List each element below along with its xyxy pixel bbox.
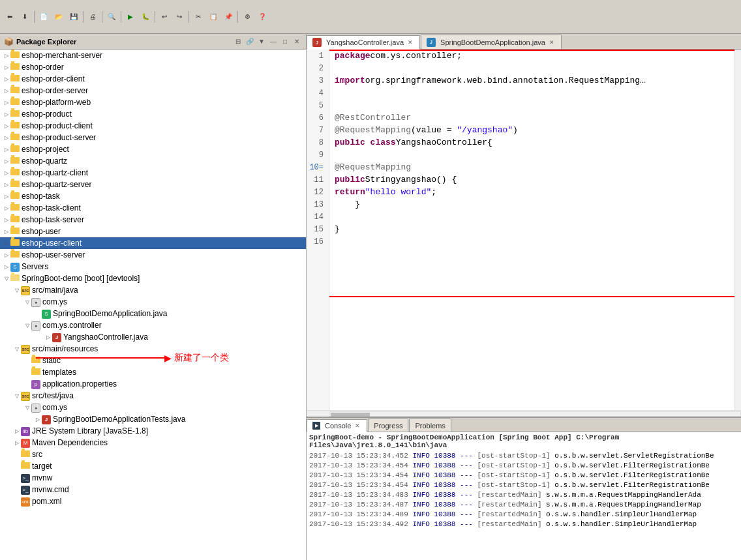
tree-item-eshop-project[interactable]: ▷eshop-project <box>0 143 306 155</box>
expand-arrow-eshop-product[interactable]: ▷ <box>3 110 10 118</box>
expand-arrow-eshop-user[interactable]: ▷ <box>3 228 10 235</box>
code-content[interactable]: package com.ys.controller;import org.spr… <box>329 50 734 410</box>
expand-arrow-jre-system-library[interactable]: ▷ <box>13 427 21 435</box>
tree-item-com-ys[interactable]: ▽●com.ys <box>0 296 306 308</box>
tree-item-src-main-java[interactable]: ▽srcsrc/main/java <box>0 284 306 296</box>
tree-item-eshop-product-client[interactable]: ▷eshop-product-client <box>0 120 306 132</box>
tree-item-eshop-platform-web[interactable]: ▷eshop-platform-web <box>0 96 306 108</box>
tree-item-jre-system-library[interactable]: ▷libJRE System Library [JavaSE-1.8] <box>0 425 306 437</box>
tree-item-src-test-java[interactable]: ▽srcsrc/test/java <box>0 390 306 402</box>
tree-item-eshop-order-client[interactable]: ▷eshop-order-client <box>0 73 306 85</box>
toolbar-btn-2[interactable]: ⬇ <box>18 10 32 24</box>
tree-item-target[interactable]: target <box>0 460 306 472</box>
expand-arrow-templates[interactable] <box>23 368 31 376</box>
expand-arrow-YangshaoController[interactable]: ▷ <box>44 333 52 341</box>
tree-item-eshop-order[interactable]: ▷eshop-order <box>0 61 306 73</box>
expand-arrow-servers[interactable]: ▷ <box>3 263 10 271</box>
tree-item-eshop-quartz-server[interactable]: ▷eshop-quartz-server <box>0 179 306 190</box>
expand-arrow-com-ys[interactable]: ▽ <box>23 298 31 306</box>
tab-problems[interactable]: Problems <box>409 419 451 432</box>
toolbar-btn-debug[interactable]: 🐛 <box>138 10 153 24</box>
expand-arrow-eshop-merchant-server[interactable]: ▷ <box>3 52 10 59</box>
tree-item-maven-dependencies[interactable]: ▷MMaven Dependencies <box>0 437 306 449</box>
h-scroll-thumb[interactable] <box>331 413 370 417</box>
console-tab-close[interactable]: ✕ <box>354 422 361 430</box>
tab-springboot[interactable]: J SpringBootDemoApplication.java ✕ <box>421 35 562 49</box>
tree-item-YangshaoController[interactable]: ▷JYangshaoController.java <box>0 331 306 343</box>
expand-arrow-SpringBootDemoApplication[interactable] <box>34 310 42 317</box>
toolbar-btn-copy[interactable]: 📋 <box>206 10 220 24</box>
expand-arrow-eshop-order[interactable]: ▷ <box>3 63 10 71</box>
toolbar-btn-print[interactable]: 🖨 <box>85 10 100 24</box>
tree-item-servers[interactable]: ▷SServers <box>0 261 306 273</box>
toolbar-btn-paste[interactable]: 📌 <box>221 10 235 24</box>
expand-arrow-com-ys-test[interactable]: ▽ <box>23 404 31 411</box>
tab-yangshao-close[interactable]: ✕ <box>406 38 414 46</box>
tree-item-springboot-demo[interactable]: ▽SpringBoot-demo [boot] [devtools] <box>0 273 306 284</box>
tree-item-pom-xml[interactable]: xmlpom.xml <box>0 495 306 507</box>
toolbar-btn-save[interactable]: 💾 <box>67 10 81 24</box>
expand-arrow-eshop-order-server[interactable]: ▷ <box>3 87 10 95</box>
tree-item-eshop-quartz-client[interactable]: ▷eshop-quartz-client <box>0 167 306 179</box>
toolbar-btn-new[interactable]: 📄 <box>37 10 51 24</box>
expand-arrow-com-ys-controller[interactable]: ▽ <box>23 321 31 329</box>
expand-arrow-maven-dependencies[interactable]: ▷ <box>13 439 21 447</box>
expand-arrow-src-main-java[interactable]: ▽ <box>13 286 21 294</box>
expand-arrow-pom-xml[interactable] <box>13 497 21 505</box>
code-editor[interactable]: 12345678910=111213141516 package com.ys.… <box>307 50 741 410</box>
minimize-btn[interactable]: — <box>268 37 279 47</box>
expand-arrow-eshop-product-client[interactable]: ▷ <box>3 122 10 130</box>
toolbar-btn-help[interactable]: ❓ <box>255 10 269 24</box>
expand-arrow-src-main-resources[interactable]: ▽ <box>13 345 21 353</box>
toolbar-btn-cut[interactable]: ✂ <box>191 10 205 24</box>
tree-item-eshop-user[interactable]: ▷eshop-user <box>0 226 306 237</box>
expand-arrow-mvnw-cmd[interactable] <box>13 486 21 494</box>
expand-arrow-src[interactable] <box>13 450 21 458</box>
tree-item-eshop-product[interactable]: ▷eshop-product <box>0 108 306 120</box>
tree-item-eshop-user-client[interactable]: ▷eshop-user-client <box>0 237 306 249</box>
tree-item-com-ys-controller[interactable]: ▽●com.ys.controller <box>0 319 306 331</box>
view-menu-btn[interactable]: ▼ <box>256 37 267 47</box>
expand-arrow-eshop-task-server[interactable]: ▷ <box>3 216 10 224</box>
expand-arrow-eshop-user-client[interactable]: ▷ <box>3 239 10 247</box>
tree-item-eshop-user-server[interactable]: ▷eshop-user-server <box>0 249 306 261</box>
expand-arrow-eshop-quartz-server[interactable]: ▷ <box>3 181 10 188</box>
expand-arrow-eshop-product-server[interactable]: ▷ <box>3 134 10 141</box>
expand-arrow-eshop-task-client[interactable]: ▷ <box>3 204 10 212</box>
tab-console[interactable]: ▶ Console ✕ <box>307 419 367 432</box>
maximize-btn[interactable]: □ <box>280 37 290 47</box>
toolbar-btn-run[interactable]: ▶ <box>123 10 138 24</box>
tree-item-templates[interactable]: templates <box>0 366 306 378</box>
tree-item-eshop-product-server[interactable]: ▷eshop-product-server <box>0 132 306 143</box>
expand-arrow-static[interactable] <box>23 357 31 364</box>
expand-arrow-eshop-quartz[interactable]: ▷ <box>3 157 10 165</box>
toolbar-btn-redo[interactable]: ↪ <box>172 10 187 24</box>
link-with-editor-btn[interactable]: 🔗 <box>245 37 255 47</box>
tree-item-mvnw[interactable]: >_mvnw <box>0 472 306 484</box>
tree-item-src[interactable]: src <box>0 449 306 460</box>
tab-yangshao[interactable]: J YangshaoController.java ✕ <box>307 35 420 50</box>
tree-item-SpringBootDemoApplication[interactable]: SSpringBootDemoApplication.java <box>0 308 306 319</box>
tree-item-application-properties[interactable]: papplication.properties <box>0 378 306 390</box>
tree-item-eshop-quartz[interactable]: ▷eshop-quartz <box>0 155 306 167</box>
expand-arrow-SpringBootDemoApplicationTests[interactable]: ▷ <box>34 415 42 423</box>
toolbar-btn-open[interactable]: 📂 <box>52 10 66 24</box>
expand-arrow-application-properties[interactable] <box>23 380 31 388</box>
toolbar-btn-1[interactable]: ⬅ <box>3 10 17 24</box>
expand-arrow-eshop-quartz-client[interactable]: ▷ <box>3 169 10 177</box>
expand-arrow-src-test-java[interactable]: ▽ <box>13 392 21 400</box>
tab-springboot-close[interactable]: ✕ <box>548 38 556 46</box>
expand-arrow-eshop-user-server[interactable]: ▷ <box>3 251 10 259</box>
horizontal-scrollbar[interactable] <box>307 410 741 417</box>
project-tree[interactable]: ▷eshop-merchant-server▷eshop-order▷eshop… <box>0 50 306 560</box>
editor-scrollbar[interactable] <box>734 50 741 410</box>
expand-arrow-eshop-platform-web[interactable]: ▷ <box>3 98 10 106</box>
toolbar-btn-undo[interactable]: ↩ <box>157 10 172 24</box>
expand-arrow-springboot-demo[interactable]: ▽ <box>3 274 10 282</box>
toolbar-btn-settings[interactable]: ⚙ <box>240 10 254 24</box>
toolbar-btn-search[interactable]: 🔍 <box>104 10 119 24</box>
tree-item-SpringBootDemoApplicationTests[interactable]: ▷JSpringBootDemoApplicationTests.java <box>0 413 306 425</box>
collapse-all-btn[interactable]: ⊟ <box>233 37 243 47</box>
tree-item-eshop-task[interactable]: ▷eshop-task <box>0 190 306 202</box>
tree-item-static[interactable]: static <box>0 355 306 366</box>
